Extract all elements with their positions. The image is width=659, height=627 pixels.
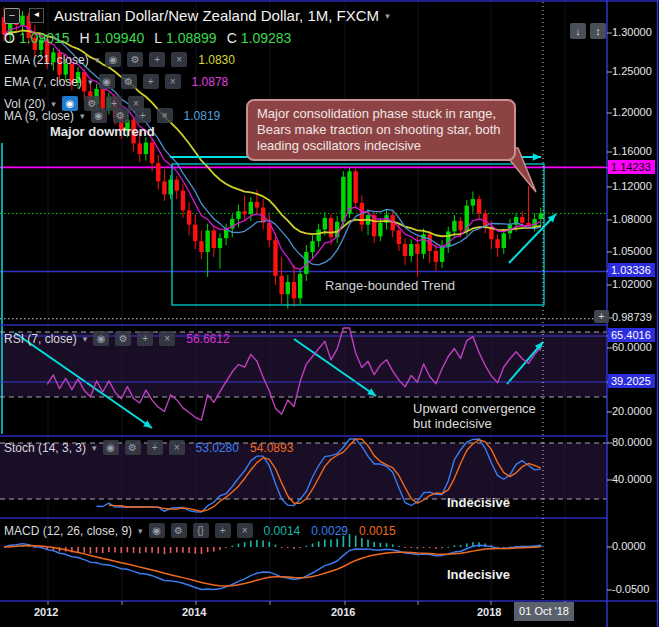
- axis-tick-label: 1.25000: [612, 65, 652, 77]
- close-label: C: [227, 30, 237, 46]
- upward-convergence-line2: but indecisive: [413, 416, 536, 431]
- chart-type-icon[interactable]: ◄: [29, 8, 44, 23]
- major-downtrend-label: Major downtrend: [50, 124, 155, 139]
- axis-tick-label: 39.2025: [608, 374, 655, 388]
- plus-icon[interactable]: +: [143, 74, 159, 89]
- range-bounded-label: Range-bounded Trend: [325, 278, 455, 293]
- high-label: H: [80, 30, 90, 46]
- chevron-down-icon[interactable]: ▾: [95, 55, 100, 65]
- axis-tick-label: 1.12000: [612, 180, 652, 192]
- rsi-label: RSI (7, close): [4, 332, 77, 346]
- macd-line-value: 0.0029: [311, 524, 348, 538]
- trading-chart-window: − ◄ Australian Dollar/New Zealand Dollar…: [0, 0, 659, 627]
- macd-label: MACD (12, 26, close, 9): [4, 524, 132, 538]
- legend-row-rsi[interactable]: RSI (7, close) ▾ ◉ ⚙ + × 56.6612: [4, 331, 230, 346]
- chevron-down-icon[interactable]: ▾: [80, 111, 85, 121]
- ema7-label: EMA (7, close): [4, 75, 82, 89]
- axis-tick-label: 80.0000: [612, 436, 652, 448]
- ma9-value: 1.0819: [184, 109, 221, 123]
- time-axis-label: 2014: [182, 606, 206, 618]
- high-value: 1.09940: [94, 30, 145, 46]
- braces-icon[interactable]: {}: [193, 523, 209, 538]
- low-label: L: [154, 30, 162, 46]
- close-value: 1.09283: [241, 30, 292, 46]
- axis-tick-label: 0.98739: [612, 311, 652, 323]
- eye-icon[interactable]: ◉: [149, 523, 165, 538]
- low-value: 1.08899: [166, 30, 217, 46]
- time-axis-label: 2016: [331, 606, 355, 618]
- scale-updown-button[interactable]: ↕: [590, 23, 606, 39]
- macd-indecisive-label: Indecisive: [447, 567, 510, 582]
- eye-icon[interactable]: ◉: [91, 108, 107, 123]
- close-icon[interactable]: ×: [157, 108, 173, 123]
- legend-row-ema21[interactable]: EMA (21, close) ▾ ◉ ⚙ + × 1.0830: [4, 52, 235, 67]
- axis-tick-label: 40.0000: [612, 473, 652, 485]
- upward-convergence-label: Upward convergence but indecisive: [413, 401, 536, 431]
- axis-tick-label: 1.02000: [612, 278, 652, 290]
- axis-tick-label: 1.20000: [612, 106, 652, 118]
- stoch-indecisive-label: Indecisive: [447, 495, 510, 510]
- plus-icon[interactable]: +: [137, 331, 153, 346]
- time-axis-label: 2018: [477, 606, 501, 618]
- close-icon[interactable]: ×: [169, 440, 185, 455]
- chevron-down-icon[interactable]: ▾: [88, 77, 93, 87]
- axis-tick-label: 20.0000: [612, 405, 652, 417]
- legend-row-macd[interactable]: MACD (12, 26, close, 9) ▾ ◉ ⚙ {} + × 0.0…: [4, 523, 396, 538]
- rsi-value: 56.6612: [186, 332, 229, 346]
- annotation-bubble[interactable]: Major consolidation phase stuck in range…: [246, 99, 516, 161]
- chevron-down-icon[interactable]: ▾: [83, 334, 88, 344]
- macd-signal-value: 0.0015: [359, 524, 396, 538]
- legend-row-stoch[interactable]: Stoch (14, 3, 3) ▾ ◉ ⚙ + × 53.0280 54.08…: [4, 440, 293, 455]
- legend-row-ma9[interactable]: MA (9, close) ▾ ◉ ⚙ + × 1.0819: [4, 108, 220, 123]
- axis-tick-label: 0.0000: [612, 540, 646, 552]
- collapse-button[interactable]: −: [4, 8, 20, 24]
- chart-header: − ◄ Australian Dollar/New Zealand Dollar…: [4, 7, 390, 24]
- axis-tick-label: 1.14233: [608, 160, 655, 174]
- upward-convergence-line1: Upward convergence: [413, 401, 536, 416]
- plus-icon[interactable]: +: [594, 310, 609, 323]
- scale-down-button[interactable]: ↓: [570, 23, 586, 39]
- chevron-down-icon[interactable]: ▾: [51, 99, 56, 109]
- axis-tick-label: 1.16000: [612, 145, 652, 157]
- axis-tick-label: 65.4016: [608, 328, 655, 342]
- axis-tick-label: -0.0500: [612, 583, 649, 595]
- axis-tick-label: 60.0000: [612, 341, 652, 353]
- axis-tick-label: 1.30000: [612, 26, 652, 38]
- close-icon[interactable]: ×: [171, 52, 187, 67]
- chevron-down-icon[interactable]: ▾: [138, 526, 143, 536]
- plus-icon[interactable]: +: [147, 440, 163, 455]
- time-axis-label: 2012: [34, 606, 58, 618]
- plus-icon[interactable]: +: [149, 52, 165, 67]
- plus-icon[interactable]: +: [135, 108, 151, 123]
- gear-icon[interactable]: ⚙: [127, 52, 143, 67]
- chevron-down-icon[interactable]: ▾: [385, 11, 390, 21]
- chevron-down-icon[interactable]: ▾: [92, 443, 97, 453]
- plus-icon[interactable]: +: [215, 523, 231, 538]
- eye-icon[interactable]: ◉: [105, 52, 121, 67]
- ema21-value: 1.0830: [198, 53, 235, 67]
- ema21-label: EMA (21, close): [4, 53, 89, 67]
- gear-icon[interactable]: ⚙: [171, 523, 187, 538]
- ohlc-readout: O 1.09015 H 1.09940 L 1.08899 C 1.09283: [4, 30, 291, 46]
- gear-icon[interactable]: ⚙: [113, 108, 129, 123]
- legend-row-ema7[interactable]: EMA (7, close) ▾ ◉ ⚙ + × 1.0878: [4, 74, 228, 89]
- eye-icon[interactable]: ◉: [93, 331, 109, 346]
- stoch-d-value: 54.0893: [250, 441, 293, 455]
- close-icon[interactable]: ×: [165, 74, 181, 89]
- ema7-value: 1.0878: [192, 75, 229, 89]
- open-value: 1.09015: [19, 30, 70, 46]
- stoch-k-value: 53.0280: [196, 441, 239, 455]
- gear-icon[interactable]: ⚙: [121, 74, 137, 89]
- eye-icon[interactable]: ◉: [103, 440, 119, 455]
- scale-buttons: ↓ ↕: [570, 23, 606, 39]
- gear-icon[interactable]: ⚙: [115, 331, 131, 346]
- gear-icon[interactable]: ⚙: [125, 440, 141, 455]
- stoch-label: Stoch (14, 3, 3): [4, 441, 86, 455]
- axis-tick-label: 1.03336: [608, 263, 655, 277]
- symbol-title[interactable]: Australian Dollar/New Zealand Dollar, 1M…: [54, 7, 379, 24]
- crosshair-date-badge: 01 Oct '18: [514, 602, 574, 621]
- eye-icon[interactable]: ◉: [99, 74, 115, 89]
- close-icon[interactable]: ×: [159, 331, 175, 346]
- close-icon[interactable]: ×: [237, 523, 253, 538]
- axis-tick-label: 1.05000: [612, 245, 652, 257]
